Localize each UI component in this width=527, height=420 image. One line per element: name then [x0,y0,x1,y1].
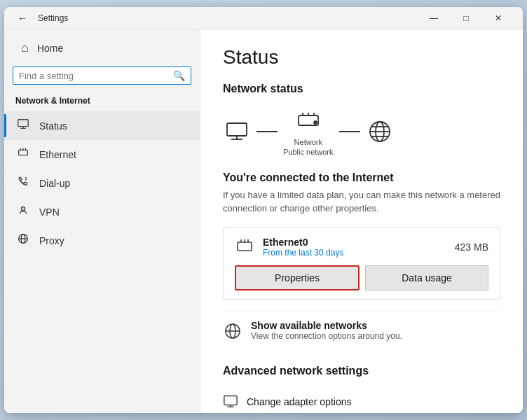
properties-button[interactable]: Properties [235,265,360,290]
maximize-button[interactable]: □ [450,7,482,29]
avail-title[interactable]: Show available networks [251,320,402,331]
ethernet-size: 423 MB [455,241,488,253]
advanced-title: Advanced network settings [223,365,500,377]
status-icon [15,118,31,134]
proxy-icon [15,232,31,248]
svg-rect-32 [224,396,237,405]
net-line-2 [339,131,360,132]
network-label: Network Public network [283,137,334,158]
change-adapter-item[interactable]: Change adapter options [223,387,500,413]
ethernet-card-icon [235,236,254,258]
proxy-label: Proxy [39,235,64,246]
main-content: ⌂ Home 🔍 Network & Internet S [4,29,523,413]
connected-title: You're connected to the Internet [223,172,500,184]
settings-window: ← Settings — □ ✕ ⌂ Home 🔍 Network & Inte… [4,7,523,413]
router-icon-group: Network Public network [283,106,334,158]
close-button[interactable]: ✕ [482,7,514,29]
change-adapter-label[interactable]: Change adapter options [247,396,351,407]
avail-sub: View the connection options around you. [251,331,402,341]
title-bar: ← Settings — □ ✕ [4,7,523,29]
status-label: Status [39,120,67,132]
svg-rect-0 [18,120,28,127]
home-icon: ⌂ [21,41,29,55]
globe-icon [366,118,394,146]
ethernet-buttons: Properties Data usage [235,265,488,290]
dialup-label: Dial-up [39,178,70,189]
sidebar-item-dialup[interactable]: Dial-up [4,169,200,197]
ethernet-info-row: Ethernet0 From the last 30 days 423 MB [235,236,488,258]
globe-icon-group [366,118,394,146]
search-box: 🔍 [13,66,191,85]
ethernet-info: Ethernet0 From the last 30 days [235,236,343,258]
vpn-label: VPN [39,206,60,218]
window-controls: — □ ✕ [418,7,514,29]
ethernet-name: Ethernet0 [263,237,343,248]
svg-rect-3 [19,150,28,155]
minimize-button[interactable]: — [418,7,450,29]
sidebar-item-vpn[interactable]: VPN [4,197,200,226]
sidebar: ⌂ Home 🔍 Network & Internet S [4,29,200,413]
svg-point-19 [314,121,317,124]
search-icon: 🔍 [173,70,185,81]
available-networks-icon [223,321,242,345]
home-label: Home [37,43,63,54]
ethernet-sub: From the last 30 days [263,248,343,258]
network-diagram: Network Public network [223,106,500,158]
ethernet-label: Ethernet [39,149,76,160]
pc-icon [223,118,251,146]
sidebar-section-label: Network & Internet [4,93,200,111]
available-networks-text: Show available networks View the connect… [251,320,402,341]
window-title: Settings [38,13,418,23]
data-usage-button[interactable]: Data usage [365,265,488,290]
ethernet-text: Ethernet0 From the last 30 days [263,237,343,258]
page-title: Status [223,46,500,69]
net-line-1 [256,131,278,132]
back-button[interactable]: ← [13,8,32,28]
svg-rect-12 [227,123,247,136]
dialup-icon [15,175,31,191]
ethernet-card: Ethernet0 From the last 30 days 423 MB P… [223,227,500,300]
sidebar-item-status[interactable]: Status [4,111,200,140]
sidebar-item-proxy[interactable]: Proxy [4,226,200,255]
ethernet-icon [15,146,31,162]
sidebar-item-ethernet[interactable]: Ethernet [4,140,200,169]
sidebar-item-home[interactable]: ⌂ Home [10,35,194,61]
router-icon [294,106,322,134]
search-input[interactable] [19,71,173,81]
available-networks: Show available networks View the connect… [223,311,500,354]
network-status-title: Network status [223,83,500,95]
svg-rect-8 [22,207,25,211]
vpn-icon [15,204,31,220]
pc-icon-group [223,118,251,146]
svg-rect-25 [238,242,252,251]
connected-desc: If you have a limited data plan, you can… [223,188,500,216]
change-adapter-icon [223,393,238,412]
right-panel: Status Network status [200,29,523,413]
